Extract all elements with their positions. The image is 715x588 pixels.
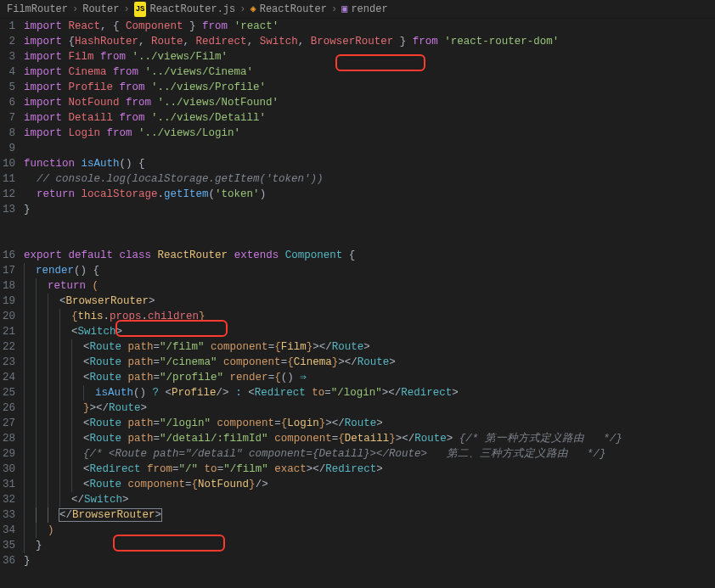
crumb-label: FilmRouter [7, 2, 68, 17]
line-number: 30 [0, 462, 15, 477]
line-number: 20 [0, 309, 15, 324]
code-line[interactable]: <BrowserRouter> [24, 294, 715, 309]
symbol-class-icon: ◈ [250, 2, 256, 17]
code-line[interactable]: } [24, 202, 715, 217]
line-number: 22 [0, 339, 15, 355]
line-number: 16 [0, 248, 15, 263]
line-number: 12 [0, 187, 15, 202]
line-number: 8 [0, 126, 15, 141]
line-number: 19 [0, 294, 15, 309]
code-line[interactable]: </Switch> [24, 492, 715, 507]
symbol-method-icon: ▣ [341, 2, 347, 17]
breadcrumb-item[interactable]: ◈ ReactRouter [250, 2, 326, 17]
code-line[interactable]: return ( [24, 278, 715, 294]
line-number: 29 [0, 446, 15, 462]
code-line[interactable]: import NotFound from '../views/NotFound' [24, 95, 715, 110]
line-number: 23 [0, 355, 15, 370]
code-line[interactable]: import Login from '../views/Login' [24, 126, 715, 141]
code-line[interactable]: <Route component={NotFound}/> [24, 477, 715, 492]
breadcrumb-item[interactable]: JS ReactRouter.js [134, 2, 236, 17]
code-line[interactable]: import Film from '../views/Film' [24, 49, 715, 64]
breadcrumb: FilmRouter › Router › JS ReactRouter.js … [0, 0, 715, 19]
code-line[interactable]: {this.props.children} [24, 309, 715, 324]
breadcrumb-item[interactable]: FilmRouter [7, 2, 68, 17]
crumb-label: ReactRouter.js [149, 2, 235, 17]
line-number: 3 [0, 49, 15, 64]
line-number: 26 [0, 400, 15, 416]
code-line[interactable]: return localStorage.getItem('token') [24, 187, 715, 202]
code-line[interactable]: // console.log(localStorage.getItem('tok… [24, 171, 715, 187]
line-number: 4 [0, 64, 15, 80]
crumb-label: Router [82, 2, 119, 17]
code-line[interactable]: import Detaill from '../views/Detaill' [24, 110, 715, 126]
line-number: 5 [0, 80, 15, 95]
code-line[interactable]: import Profile from '../views/Profile' [24, 80, 715, 95]
code-line[interactable]: </BrowserRouter> [24, 507, 715, 523]
code-line[interactable]: <Switch> [24, 324, 715, 339]
line-number: 31 [0, 477, 15, 492]
line-number: 11 [0, 171, 15, 187]
line-number: 2 [0, 34, 15, 49]
breadcrumb-item[interactable]: Router [82, 2, 119, 17]
line-number: 13 [0, 202, 15, 217]
chevron-right-icon: › [331, 2, 337, 17]
code-line[interactable]: function isAuth() { [24, 156, 715, 171]
line-number: 25 [0, 385, 15, 400]
line-number: 35 [0, 538, 15, 553]
code-line[interactable]: ) [24, 523, 715, 538]
code-line[interactable]: <Route path="/film" component={Film}></R… [24, 339, 715, 355]
code-line[interactable]: export default class ReactRouter extends… [24, 248, 715, 263]
code-line[interactable]: } [24, 553, 715, 568]
breadcrumb-item[interactable]: ▣ render [341, 2, 387, 17]
code-line[interactable]: import {HashRouter, Route, Redirect, Swi… [24, 34, 715, 49]
line-number: 32 [0, 492, 15, 507]
line-number: 21 [0, 324, 15, 339]
line-number-gutter: 1234567891011121316171819202122232425262… [0, 19, 24, 588]
code-line[interactable] [24, 141, 715, 156]
line-number: 28 [0, 431, 15, 446]
code-editor[interactable]: 1234567891011121316171819202122232425262… [0, 19, 715, 588]
chevron-right-icon: › [239, 2, 245, 17]
code-line[interactable]: <Route path="/profile" render={() ⇒ [24, 370, 715, 385]
code-line[interactable]: <Route path="/cinema" component={Cinema}… [24, 355, 715, 370]
code-line[interactable]: render() { [24, 263, 715, 278]
code-line[interactable]: import React, { Component } from 'react' [24, 19, 715, 34]
line-number: 33 [0, 507, 15, 523]
code-line[interactable]: <Redirect from="/" to="/film" exact></Re… [24, 462, 715, 477]
crumb-label: ReactRouter [260, 2, 327, 17]
code-line[interactable]: isAuth() ? <Profile/> : <Redirect to="/l… [24, 385, 715, 400]
line-number: 27 [0, 416, 15, 431]
line-number: 24 [0, 370, 15, 385]
code-line[interactable]: } [24, 538, 715, 553]
line-number: 7 [0, 110, 15, 126]
line-number: 10 [0, 156, 15, 171]
code-line[interactable]: import Cinema from '../views/Cinema' [24, 64, 715, 80]
code-area[interactable]: import React, { Component } from 'react'… [24, 19, 715, 588]
code-line[interactable]: {/* <Route path="/detail" component={Det… [24, 446, 715, 462]
js-file-icon: JS [134, 2, 147, 17]
code-line[interactable]: <Route path="/login" component={Login}><… [24, 416, 715, 431]
line-number: 6 [0, 95, 15, 110]
line-number: 34 [0, 523, 15, 538]
line-number: 18 [0, 278, 15, 294]
line-number: 36 [0, 553, 15, 568]
line-number: 9 [0, 141, 15, 156]
code-line[interactable]: <Route path="/detail/:filmId" component=… [24, 431, 715, 446]
crumb-label: render [351, 2, 387, 17]
code-line[interactable]: }></Route> [24, 400, 715, 416]
line-number: 17 [0, 263, 15, 278]
chevron-right-icon: › [72, 2, 78, 17]
chevron-right-icon: › [123, 2, 129, 17]
line-number: 1 [0, 19, 15, 34]
